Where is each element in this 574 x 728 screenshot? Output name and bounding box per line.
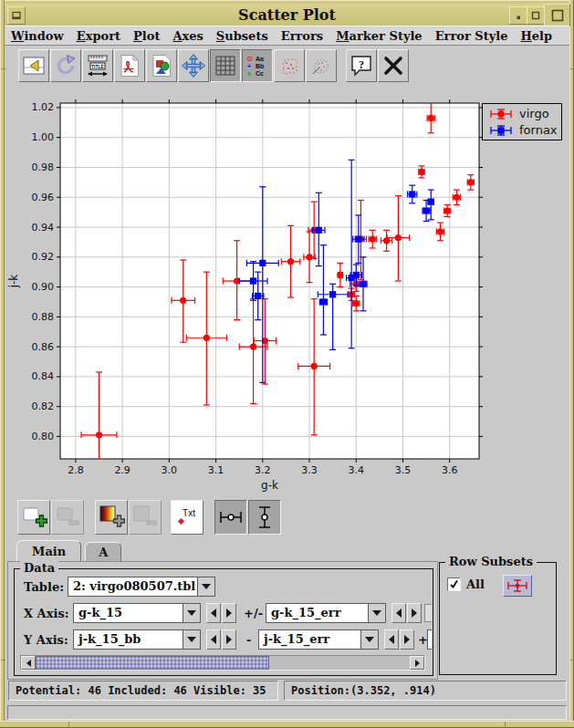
- svg-text:Cc: Cc: [256, 70, 264, 77]
- menu-help[interactable]: Help: [520, 29, 552, 43]
- x-error-next-button[interactable]: [407, 603, 422, 623]
- menu-marker-style[interactable]: Marker Style: [336, 29, 422, 43]
- close-box-button[interactable]: [544, 4, 570, 26]
- chevron-down-icon[interactable]: [197, 577, 214, 596]
- tab-content-panel: Data Table: 2: virgo080507.tbl X Axis: g…: [7, 561, 438, 680]
- menu-error-style[interactable]: Error Style: [435, 29, 508, 43]
- legend-label-virgo: virgo: [519, 107, 549, 120]
- y-axis-label: Y Axis:: [24, 633, 68, 647]
- chevron-down-icon[interactable]: [368, 604, 385, 622]
- y-axis-prev-button[interactable]: [206, 629, 221, 650]
- y-tick-label: 0.96: [32, 192, 55, 203]
- subset-all-label: All: [466, 577, 485, 591]
- add-dataset-button[interactable]: [17, 500, 50, 535]
- blob-subset-icon: [309, 54, 333, 78]
- replot-button[interactable]: [50, 49, 81, 82]
- y-tick-label: 0.98: [32, 161, 55, 173]
- menu-window[interactable]: Window: [11, 29, 64, 43]
- svg-text:TITLE: TITLE: [91, 64, 105, 69]
- x-tick-label: 2.9: [114, 464, 130, 476]
- x-error-select[interactable]: g-k_15_err: [266, 603, 386, 623]
- svg-text:O: O: [247, 56, 253, 62]
- tab-a[interactable]: A: [85, 542, 121, 562]
- x-error-prev-button[interactable]: [391, 603, 406, 623]
- y-error-minus-operator: -: [246, 633, 251, 647]
- chevron-down-icon[interactable]: [360, 630, 378, 649]
- close-button[interactable]: [378, 49, 409, 82]
- legend-toggle-button[interactable]: OAa+BbxCc: [242, 49, 273, 82]
- menu-subsets[interactable]: Subsets: [216, 29, 268, 43]
- maximize-button[interactable]: [527, 6, 545, 25]
- menu-export[interactable]: Export: [77, 29, 120, 43]
- y-error-prev-button[interactable]: [384, 629, 399, 650]
- x-axis-prev-button[interactable]: [206, 603, 221, 623]
- y-tick-label: 0.82: [32, 400, 55, 412]
- help-button[interactable]: ?: [346, 49, 377, 82]
- export-image-button[interactable]: [146, 49, 177, 82]
- export-pdf-button[interactable]: [114, 49, 145, 82]
- row-subsets-title: Row Subsets: [445, 555, 537, 568]
- y-error-select[interactable]: j-k_15_err: [258, 629, 379, 650]
- plot-background: [60, 103, 479, 459]
- y-axis-title: j-k: [7, 275, 20, 289]
- tab-strip: Main A: [7, 540, 121, 562]
- x-axis-label: X Axis:: [24, 607, 69, 620]
- window-frame-bottom: [0, 721, 574, 728]
- scatter-plot-canvas[interactable]: 2.82.93.03.13.23.33.43.53.60.800.820.840…: [5, 86, 569, 496]
- menu-plot[interactable]: Plot: [133, 29, 160, 43]
- y-error-plus-select-clipped[interactable]: j-: [427, 629, 432, 650]
- x-errorbar-toggle-button[interactable]: [214, 500, 247, 535]
- x-tick-label: 3.4: [349, 464, 365, 476]
- axis-edit-button[interactable]: TITLE: [82, 49, 113, 82]
- scrollbar-left-arrow[interactable]: [21, 656, 36, 670]
- restore-window-button[interactable]: [7, 6, 26, 25]
- blob-region-button[interactable]: [274, 49, 305, 82]
- remove-dataset-button[interactable]: [51, 500, 84, 535]
- window-title: Scatter Plot: [5, 6, 569, 24]
- data-panel-scrollbar[interactable]: [20, 655, 425, 671]
- tab-main[interactable]: Main: [16, 540, 81, 562]
- forward-window-button[interactable]: [18, 49, 49, 82]
- iconify-button[interactable]: [509, 6, 527, 25]
- x-error-select-value: g-k_15_err: [266, 604, 368, 622]
- legend-toggle-icon: OAa+BbxCc: [245, 54, 269, 78]
- remove-dataset-icon: [54, 504, 81, 531]
- y-errorbar-toggle-button[interactable]: [248, 500, 281, 535]
- legend-item-virgo: virgo: [487, 107, 561, 121]
- restore-window-icon: [11, 10, 22, 21]
- scrollbar-thumb[interactable]: [36, 656, 269, 670]
- x-log-checkbox-clipped[interactable]: [424, 604, 432, 622]
- title-bar[interactable]: Scatter Plot: [5, 4, 569, 26]
- menu-errors[interactable]: Errors: [281, 29, 323, 43]
- menu-axes[interactable]: Axes: [172, 29, 203, 43]
- y-axis-select[interactable]: j-k_15_bb: [73, 629, 201, 650]
- help-icon: ?: [350, 54, 373, 78]
- close-box-icon: [550, 8, 565, 23]
- replot-icon: [54, 54, 78, 78]
- scrollbar-right-arrow[interactable]: [410, 656, 424, 670]
- grid-toggle-button[interactable]: [210, 49, 241, 82]
- add-marker-style-icon: [98, 504, 125, 531]
- rescale-button[interactable]: [178, 49, 209, 82]
- main-toolbar: TITLEOAa+BbxCc?: [5, 46, 569, 86]
- y-error-next-button[interactable]: [400, 629, 414, 650]
- svg-text:x: x: [247, 70, 251, 77]
- x-axis-select[interactable]: g-k_15: [73, 603, 201, 623]
- forward-window-icon: [22, 54, 46, 78]
- x-axis-next-button[interactable]: [222, 603, 236, 623]
- chevron-down-icon[interactable]: [183, 630, 200, 649]
- annotate-button[interactable]: Txt: [171, 500, 204, 535]
- subset-all-checkbox[interactable]: [447, 577, 461, 591]
- add-marker-style-button[interactable]: [95, 500, 128, 535]
- y-tick-label: 0.94: [32, 222, 55, 234]
- x-tick-label: 3.0: [162, 464, 178, 476]
- position-readout: Position:(3.352, .914): [284, 681, 567, 701]
- plot-panel: 2.82.93.03.13.23.33.43.53.60.800.820.840…: [5, 86, 569, 496]
- chevron-down-icon[interactable]: [183, 604, 200, 622]
- grid-toggle-icon: [214, 54, 237, 78]
- y-axis-next-button[interactable]: [222, 629, 236, 650]
- table-select[interactable]: 2: virgo080507.tbl: [68, 577, 215, 597]
- remove-marker-style-button[interactable]: [129, 500, 162, 535]
- blob-subset-button[interactable]: [306, 49, 337, 82]
- subset-marker-style-button[interactable]: [503, 575, 532, 597]
